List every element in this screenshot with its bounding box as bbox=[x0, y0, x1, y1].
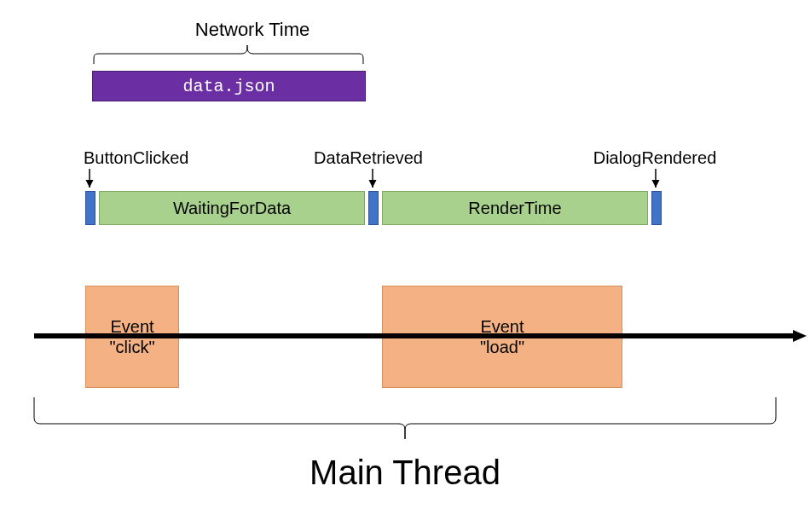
brace-network-time bbox=[94, 45, 363, 64]
measure-render-time-label: RenderTime bbox=[468, 199, 561, 218]
network-request-bar: data.json bbox=[92, 71, 366, 101]
event-load-box: Event "load" bbox=[382, 286, 622, 388]
event-load-line1: Event bbox=[480, 316, 524, 337]
marker-label-dialog-rendered: DialogRendered bbox=[593, 148, 717, 168]
marker-button-clicked bbox=[85, 191, 95, 225]
event-click-line1: Event bbox=[109, 316, 154, 337]
marker-dialog-rendered bbox=[651, 191, 662, 225]
marker-label-button-clicked: ButtonClicked bbox=[84, 148, 188, 168]
event-click-box: Event "click" bbox=[85, 286, 179, 388]
event-load-line2: "load" bbox=[480, 337, 524, 357]
marker-arrows bbox=[90, 169, 656, 188]
event-click-line2: "click" bbox=[109, 337, 154, 357]
network-time-label: Network Time bbox=[195, 19, 310, 41]
measure-render-time: RenderTime bbox=[382, 191, 648, 225]
diagram-stage: Network Time data.json ButtonClicked Dat… bbox=[0, 0, 810, 532]
marker-data-retrieved bbox=[368, 191, 379, 225]
marker-label-data-retrieved: DataRetrieved bbox=[314, 148, 423, 168]
main-thread-label: Main Thread bbox=[310, 454, 500, 492]
measure-waiting-for-data: WaitingForData bbox=[99, 191, 365, 225]
measure-waiting-for-data-label: WaitingForData bbox=[173, 199, 291, 218]
network-request-filename: data.json bbox=[182, 77, 275, 96]
brace-main-thread bbox=[34, 397, 776, 439]
